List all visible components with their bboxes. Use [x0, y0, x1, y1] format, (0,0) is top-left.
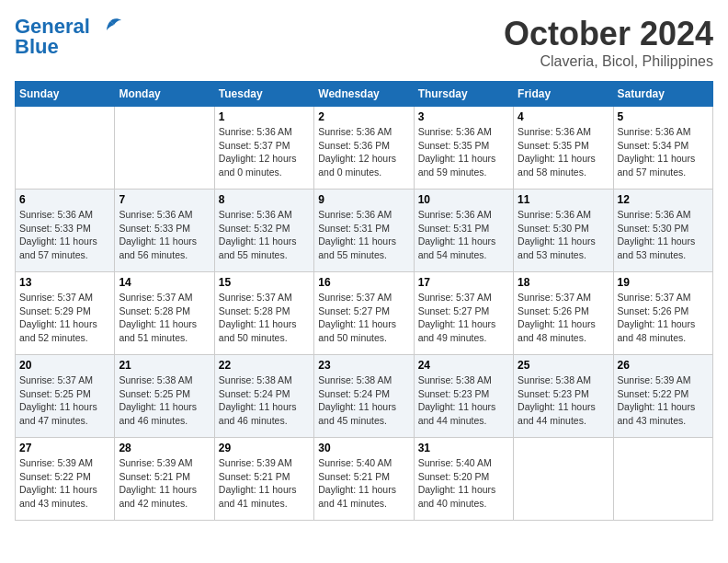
day-detail: Sunrise: 5:36 AM Sunset: 5:30 PM Dayligh…: [518, 208, 609, 262]
day-detail: Sunrise: 5:38 AM Sunset: 5:24 PM Dayligh…: [219, 373, 310, 428]
day-cell: 31Sunrise: 5:40 AM Sunset: 5:20 PM Dayli…: [414, 438, 513, 521]
month-title: October 2024: [504, 15, 713, 53]
day-number: 19: [618, 276, 709, 289]
day-number: 3: [418, 110, 509, 123]
day-number: 25: [518, 359, 609, 372]
logo: General Blue: [15, 15, 123, 59]
calendar-table: SundayMondayTuesdayWednesdayThursdayFrid…: [15, 81, 713, 521]
day-detail: Sunrise: 5:40 AM Sunset: 5:20 PM Dayligh…: [418, 456, 509, 511]
weekday-header-friday: Friday: [514, 82, 613, 107]
day-cell: 3Sunrise: 5:36 AM Sunset: 5:35 PM Daylig…: [414, 107, 513, 190]
day-cell: 18Sunrise: 5:37 AM Sunset: 5:26 PM Dayli…: [514, 272, 613, 355]
weekday-header-monday: Monday: [115, 82, 214, 107]
day-cell: [16, 107, 115, 190]
day-number: 29: [219, 442, 310, 454]
day-cell: 12Sunrise: 5:36 AM Sunset: 5:30 PM Dayli…: [613, 190, 712, 272]
day-number: 28: [119, 442, 210, 454]
day-detail: Sunrise: 5:36 AM Sunset: 5:34 PM Dayligh…: [618, 125, 709, 179]
day-number: 31: [418, 442, 509, 454]
day-cell: 24Sunrise: 5:38 AM Sunset: 5:23 PM Dayli…: [414, 355, 513, 438]
day-cell: 21Sunrise: 5:38 AM Sunset: 5:25 PM Dayli…: [115, 355, 214, 438]
day-cell: 15Sunrise: 5:37 AM Sunset: 5:28 PM Dayli…: [214, 272, 313, 355]
day-cell: 28Sunrise: 5:39 AM Sunset: 5:21 PM Dayli…: [115, 438, 214, 521]
logo-bird-icon: [97, 17, 123, 38]
day-detail: Sunrise: 5:38 AM Sunset: 5:24 PM Dayligh…: [318, 373, 409, 428]
day-cell: 25Sunrise: 5:38 AM Sunset: 5:23 PM Dayli…: [514, 355, 613, 438]
day-number: 18: [518, 276, 609, 289]
day-detail: Sunrise: 5:36 AM Sunset: 5:37 PM Dayligh…: [219, 125, 310, 179]
day-cell: 7Sunrise: 5:36 AM Sunset: 5:33 PM Daylig…: [115, 190, 214, 272]
day-number: 8: [219, 193, 310, 206]
day-number: 4: [518, 110, 609, 123]
day-number: 23: [318, 359, 409, 372]
day-cell: 5Sunrise: 5:36 AM Sunset: 5:34 PM Daylig…: [613, 107, 712, 190]
day-cell: 4Sunrise: 5:36 AM Sunset: 5:35 PM Daylig…: [514, 107, 613, 190]
week-row-1: 1Sunrise: 5:36 AM Sunset: 5:37 PM Daylig…: [16, 107, 713, 190]
day-cell: 13Sunrise: 5:37 AM Sunset: 5:29 PM Dayli…: [16, 272, 115, 355]
day-cell: [613, 438, 712, 521]
day-number: 24: [418, 359, 509, 372]
day-cell: 22Sunrise: 5:38 AM Sunset: 5:24 PM Dayli…: [214, 355, 313, 438]
day-detail: Sunrise: 5:37 AM Sunset: 5:27 PM Dayligh…: [418, 291, 509, 345]
weekday-header-tuesday: Tuesday: [214, 82, 313, 107]
day-detail: Sunrise: 5:36 AM Sunset: 5:32 PM Dayligh…: [219, 208, 310, 262]
day-detail: Sunrise: 5:36 AM Sunset: 5:30 PM Dayligh…: [618, 208, 709, 262]
day-detail: Sunrise: 5:40 AM Sunset: 5:21 PM Dayligh…: [318, 456, 409, 511]
day-number: 21: [119, 359, 210, 372]
day-number: 12: [618, 193, 709, 206]
weekday-header-sunday: Sunday: [16, 82, 115, 107]
day-cell: 6Sunrise: 5:36 AM Sunset: 5:33 PM Daylig…: [16, 190, 115, 272]
day-number: 1: [219, 110, 310, 123]
day-cell: 14Sunrise: 5:37 AM Sunset: 5:28 PM Dayli…: [115, 272, 214, 355]
day-cell: 27Sunrise: 5:39 AM Sunset: 5:22 PM Dayli…: [16, 438, 115, 521]
day-detail: Sunrise: 5:36 AM Sunset: 5:31 PM Dayligh…: [418, 208, 509, 262]
day-detail: Sunrise: 5:37 AM Sunset: 5:26 PM Dayligh…: [518, 291, 609, 345]
day-detail: Sunrise: 5:39 AM Sunset: 5:22 PM Dayligh…: [618, 373, 709, 428]
day-number: 17: [418, 276, 509, 289]
day-detail: Sunrise: 5:37 AM Sunset: 5:29 PM Dayligh…: [19, 291, 110, 345]
day-number: 5: [618, 110, 709, 123]
day-detail: Sunrise: 5:36 AM Sunset: 5:35 PM Dayligh…: [418, 125, 509, 179]
day-number: 13: [19, 276, 110, 289]
day-detail: Sunrise: 5:36 AM Sunset: 5:36 PM Dayligh…: [318, 125, 409, 179]
day-detail: Sunrise: 5:36 AM Sunset: 5:33 PM Dayligh…: [19, 208, 110, 262]
day-detail: Sunrise: 5:37 AM Sunset: 5:25 PM Dayligh…: [19, 373, 110, 428]
day-detail: Sunrise: 5:38 AM Sunset: 5:25 PM Dayligh…: [119, 373, 210, 428]
week-row-2: 6Sunrise: 5:36 AM Sunset: 5:33 PM Daylig…: [16, 190, 713, 272]
location-title: Claveria, Bicol, Philippines: [504, 53, 713, 70]
day-detail: Sunrise: 5:39 AM Sunset: 5:21 PM Dayligh…: [119, 456, 210, 511]
day-cell: 8Sunrise: 5:36 AM Sunset: 5:32 PM Daylig…: [214, 190, 313, 272]
day-detail: Sunrise: 5:38 AM Sunset: 5:23 PM Dayligh…: [518, 373, 609, 428]
week-row-5: 27Sunrise: 5:39 AM Sunset: 5:22 PM Dayli…: [16, 438, 713, 521]
day-detail: Sunrise: 5:36 AM Sunset: 5:31 PM Dayligh…: [318, 208, 409, 262]
day-detail: Sunrise: 5:38 AM Sunset: 5:23 PM Dayligh…: [418, 373, 509, 428]
day-cell: 19Sunrise: 5:37 AM Sunset: 5:26 PM Dayli…: [613, 272, 712, 355]
day-number: 14: [119, 276, 210, 289]
day-number: 6: [19, 193, 110, 206]
day-detail: Sunrise: 5:37 AM Sunset: 5:28 PM Dayligh…: [119, 291, 210, 345]
day-number: 26: [618, 359, 709, 372]
day-number: 20: [19, 359, 110, 372]
weekday-header-thursday: Thursday: [414, 82, 513, 107]
day-detail: Sunrise: 5:37 AM Sunset: 5:28 PM Dayligh…: [219, 291, 310, 345]
day-number: 10: [418, 193, 509, 206]
day-number: 27: [19, 442, 110, 454]
day-detail: Sunrise: 5:39 AM Sunset: 5:22 PM Dayligh…: [19, 456, 110, 511]
week-row-4: 20Sunrise: 5:37 AM Sunset: 5:25 PM Dayli…: [16, 355, 713, 438]
day-number: 22: [219, 359, 310, 372]
day-number: 9: [318, 193, 409, 206]
day-cell: 9Sunrise: 5:36 AM Sunset: 5:31 PM Daylig…: [314, 190, 414, 272]
day-cell: [115, 107, 214, 190]
day-cell: 30Sunrise: 5:40 AM Sunset: 5:21 PM Dayli…: [314, 438, 414, 521]
day-cell: 17Sunrise: 5:37 AM Sunset: 5:27 PM Dayli…: [414, 272, 513, 355]
weekday-header-wednesday: Wednesday: [314, 82, 414, 107]
day-number: 2: [318, 110, 409, 123]
day-detail: Sunrise: 5:36 AM Sunset: 5:35 PM Dayligh…: [518, 125, 609, 179]
day-number: 16: [318, 276, 409, 289]
day-cell: [514, 438, 613, 521]
weekday-header-row: SundayMondayTuesdayWednesdayThursdayFrid…: [16, 82, 713, 107]
day-cell: 2Sunrise: 5:36 AM Sunset: 5:36 PM Daylig…: [314, 107, 414, 190]
title-block: October 2024 Claveria, Bicol, Philippine…: [504, 15, 713, 70]
day-cell: 16Sunrise: 5:37 AM Sunset: 5:27 PM Dayli…: [314, 272, 414, 355]
day-detail: Sunrise: 5:37 AM Sunset: 5:27 PM Dayligh…: [318, 291, 409, 345]
